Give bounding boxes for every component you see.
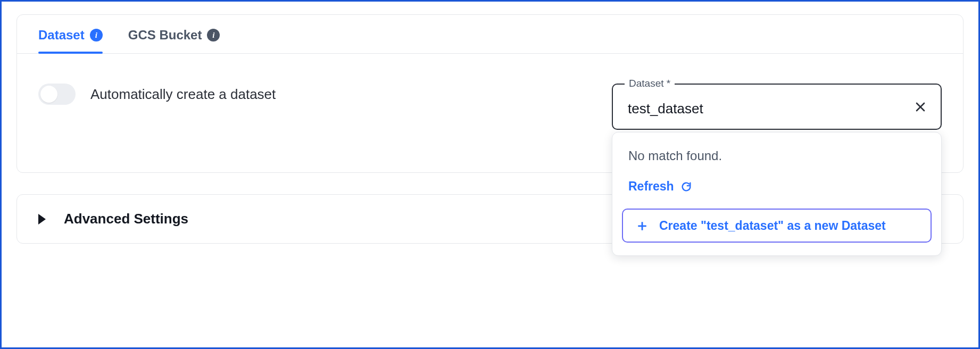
dataset-card: Dataset i GCS Bucket i Automatically cre… — [16, 14, 964, 173]
advanced-label: Advanced Settings — [64, 211, 188, 227]
tab-dataset-label: Dataset — [38, 28, 85, 43]
refresh-button[interactable]: Refresh — [612, 179, 941, 209]
info-icon[interactable]: i — [207, 29, 220, 41]
page-frame: Dataset i GCS Bucket i Automatically cre… — [0, 0, 980, 349]
dataset-field-wrap: Dataset * No match found. Refresh — [612, 84, 942, 130]
info-icon[interactable]: i — [90, 29, 103, 41]
dataset-field-legend: Dataset * — [625, 78, 675, 89]
card-body: Automatically create a dataset Dataset *… — [17, 54, 963, 172]
dataset-dropdown: No match found. Refresh ＋ Create "test_d… — [612, 132, 942, 256]
tab-gcs-label: GCS Bucket — [128, 28, 202, 43]
refresh-label: Refresh — [628, 179, 674, 194]
tab-dataset[interactable]: Dataset i — [38, 28, 103, 53]
auto-create-toggle[interactable] — [38, 84, 76, 105]
clear-icon[interactable] — [913, 99, 928, 114]
no-match-text: No match found. — [612, 145, 941, 179]
create-dataset-label: Create "test_dataset" as a new Dataset — [659, 219, 886, 233]
auto-create-label: Automatically create a dataset — [90, 86, 276, 103]
dataset-field[interactable]: Dataset * — [612, 84, 942, 130]
auto-create-row: Automatically create a dataset — [38, 84, 591, 105]
toggle-knob — [40, 86, 57, 103]
tab-gcs-bucket[interactable]: GCS Bucket i — [128, 28, 220, 53]
tab-bar: Dataset i GCS Bucket i — [17, 15, 963, 54]
plus-icon: ＋ — [635, 218, 650, 233]
chevron-right-icon — [38, 214, 46, 225]
dataset-input[interactable] — [628, 101, 909, 117]
create-dataset-button[interactable]: ＋ Create "test_dataset" as a new Dataset — [622, 209, 932, 243]
refresh-icon — [680, 181, 692, 193]
